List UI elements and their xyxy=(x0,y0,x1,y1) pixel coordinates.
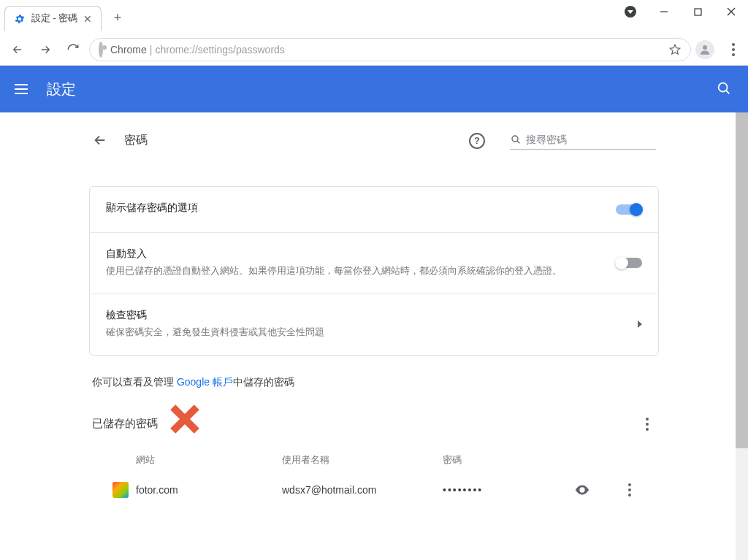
search-passwords-field[interactable] xyxy=(510,131,656,150)
close-tab-icon[interactable]: ✕ xyxy=(83,13,92,25)
browser-tab[interactable]: 設定 - 密碼 ✕ xyxy=(4,6,102,31)
saved-passwords-table: 網站 使用者名稱 密碼 fotor.com wdsx7@hotmail.com … xyxy=(89,446,659,506)
browser-toolbar: Chrome | chrome://settings/passwords xyxy=(0,34,748,66)
window-minimize-button[interactable] xyxy=(647,0,681,23)
svg-point-9 xyxy=(581,488,584,491)
gear-icon xyxy=(14,13,26,25)
window-maximize-button[interactable] xyxy=(681,0,714,23)
browser-menu-button[interactable] xyxy=(719,38,742,61)
help-icon[interactable]: ? xyxy=(469,133,485,149)
chevron-right-icon xyxy=(638,321,642,328)
profile-indicator-icon[interactable] xyxy=(614,0,647,23)
google-account-link[interactable]: Google 帳戶 xyxy=(177,376,233,388)
new-tab-button[interactable]: + xyxy=(107,7,128,28)
section-header: 密碼 ? xyxy=(89,131,659,161)
password-row-menu-button[interactable] xyxy=(621,481,638,499)
section-title: 密碼 xyxy=(124,133,148,148)
section-back-button[interactable] xyxy=(92,132,110,150)
row-description: 使用已儲存的憑證自動登入網站。如果停用這項功能，每當你登入網站時，都必須向系統確… xyxy=(106,264,603,279)
site-favicon xyxy=(112,482,129,498)
svg-rect-1 xyxy=(695,9,701,15)
url-origin: Chrome xyxy=(110,44,147,55)
show-password-button[interactable] xyxy=(574,482,606,498)
column-header-user: 使用者名稱 xyxy=(282,453,443,467)
chrome-icon xyxy=(99,44,103,55)
nav-reload-button[interactable] xyxy=(61,38,85,61)
bookmark-star-icon[interactable] xyxy=(668,43,682,56)
url-path: chrome://settings/passwords xyxy=(155,44,284,55)
cell-password: •••••••• xyxy=(443,484,574,496)
url-separator: | xyxy=(150,44,153,55)
menu-icon[interactable] xyxy=(15,80,32,98)
cell-site[interactable]: fotor.com xyxy=(136,484,282,496)
column-header-site: 網站 xyxy=(136,453,282,467)
google-account-info-line: 你可以查看及管理 Google 帳戶中儲存的密碼 xyxy=(89,356,659,389)
table-row: fotor.com wdsx7@hotmail.com •••••••• xyxy=(89,474,659,506)
window-close-button[interactable] xyxy=(714,0,748,23)
svg-line-8 xyxy=(517,141,519,143)
svg-point-5 xyxy=(719,83,728,92)
row-title: 檢查密碼 xyxy=(106,309,625,322)
row-description: 確保密碼安全，避免發生資料侵害或其他安全性問題 xyxy=(106,325,625,340)
cell-username: wdsx7@hotmail.com xyxy=(282,484,443,496)
svg-point-4 xyxy=(703,45,707,50)
saved-passwords-heading: 已儲存的密碼 xyxy=(89,389,659,446)
table-header-row: 網站 使用者名稱 密碼 xyxy=(89,446,659,474)
app-header: 設定 xyxy=(0,66,748,112)
row-check-passwords[interactable]: 檢查密碼 確保密碼安全，避免發生資料侵害或其他安全性問題 xyxy=(90,294,658,355)
row-title: 顯示儲存密碼的選項 xyxy=(106,202,603,215)
nav-back-button[interactable] xyxy=(6,38,29,61)
search-icon xyxy=(510,133,522,146)
row-auto-signin: 自動登入 使用已儲存的憑證自動登入網站。如果停用這項功能，每當你登入網站時，都必… xyxy=(90,233,658,294)
nav-forward-button[interactable] xyxy=(34,38,57,61)
svg-line-6 xyxy=(726,91,729,93)
column-header-password: 密碼 xyxy=(443,453,574,467)
saved-passwords-menu-button[interactable] xyxy=(638,415,656,433)
toggle-offer-save-passwords[interactable] xyxy=(616,204,642,215)
app-title: 設定 xyxy=(47,80,76,99)
search-passwords-input[interactable] xyxy=(526,134,656,145)
settings-card: 顯示儲存密碼的選項 自動登入 使用已儲存的憑證自動登入網站。如果停用這項功能，每… xyxy=(89,186,659,356)
annotation-cross-icon xyxy=(168,402,202,436)
window-titlebar: 設定 - 密碼 ✕ + xyxy=(0,0,748,34)
settings-page: 密碼 ? 顯示儲存密碼的選項 自動登入 使用已儲存的憑證自動登入網站。如果停用這… xyxy=(0,112,748,560)
address-bar[interactable]: Chrome | chrome://settings/passwords xyxy=(89,38,691,61)
profile-avatar-button[interactable] xyxy=(695,40,714,59)
svg-point-7 xyxy=(512,136,518,142)
tab-title: 設定 - 密碼 xyxy=(31,12,77,25)
row-title: 自動登入 xyxy=(106,248,603,261)
saved-passwords-label: 已儲存的密碼 xyxy=(92,417,158,431)
header-search-icon[interactable] xyxy=(716,80,733,98)
toggle-auto-signin[interactable] xyxy=(616,258,642,268)
row-offer-save-passwords: 顯示儲存密碼的選項 xyxy=(90,187,658,233)
